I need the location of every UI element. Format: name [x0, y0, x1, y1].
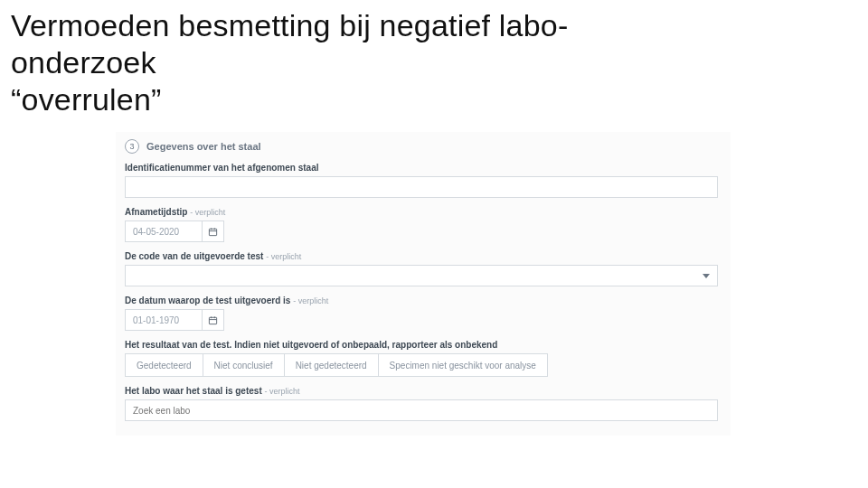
input-test-date[interactable]: 01-01-1970 — [125, 309, 203, 331]
required-labo: - verplicht — [265, 387, 300, 396]
svg-rect-0 — [209, 229, 216, 235]
option-not-detected[interactable]: Niet gedetecteerd — [285, 353, 379, 377]
required-test-date: - verplicht — [293, 296, 328, 305]
field-sample-id: Identificatienummer van het afgenomen st… — [125, 163, 722, 198]
field-sample-time: Afnametijdstip - verplicht 04-05-2020 — [125, 207, 722, 242]
option-detected[interactable]: Gedetecteerd — [125, 353, 203, 377]
title-line-1: Vermoeden besmetting bij negatief labo- — [11, 7, 857, 44]
label-test-date: De datum waarop de test uitgevoerd is — [125, 296, 290, 305]
field-result: Het resultaat van de test. Indien niet u… — [125, 340, 722, 377]
form-panel: 3 Gegevens over het staal Identificatien… — [116, 132, 731, 436]
title-line-2: onderzoek — [11, 44, 857, 81]
label-sample-id: Identificatienummer van het afgenomen st… — [125, 163, 319, 173]
slide-title: Vermoeden besmetting bij negatief labo- … — [0, 0, 868, 117]
input-labo-search[interactable] — [125, 399, 718, 421]
section-header: 3 Gegevens over het staal — [125, 139, 722, 154]
title-line-3: “overrulen” — [11, 81, 857, 118]
label-labo: Het labo waar het staal is getest — [125, 386, 262, 396]
section-title: Gegevens over het staal — [146, 141, 261, 152]
step-number: 3 — [129, 142, 134, 151]
field-test-date: De datum waarop de test uitgevoerd is - … — [125, 296, 722, 331]
option-specimen-unsuitable[interactable]: Specimen niet geschikt voor analyse — [379, 353, 548, 377]
svg-rect-4 — [209, 317, 216, 324]
label-result: Het resultaat van de test. Indien niet u… — [125, 340, 497, 350]
label-sample-time: Afnametijdstip — [125, 207, 187, 217]
option-not-conclusive[interactable]: Niet conclusief — [203, 353, 285, 377]
field-labo: Het labo waar het staal is getest - verp… — [125, 386, 722, 421]
result-options-group: Gedetecteerd Niet conclusief Niet gedete… — [125, 353, 722, 377]
calendar-icon — [208, 227, 218, 237]
input-sample-id[interactable] — [125, 176, 718, 198]
input-sample-time[interactable]: 04-05-2020 — [125, 221, 203, 242]
chevron-down-icon — [703, 274, 710, 278]
select-test-code[interactable] — [125, 265, 718, 286]
calendar-button-sample-time[interactable] — [203, 221, 224, 242]
label-test-code: De code van de uitgevoerde test — [125, 251, 263, 261]
step-number-badge: 3 — [125, 139, 139, 154]
field-test-code: De code van de uitgevoerde test - verpli… — [125, 251, 722, 286]
required-sample-time: - verplicht — [190, 208, 225, 217]
calendar-icon — [208, 315, 218, 325]
required-test-code: - verplicht — [266, 252, 301, 261]
calendar-button-test-date[interactable] — [203, 309, 224, 331]
